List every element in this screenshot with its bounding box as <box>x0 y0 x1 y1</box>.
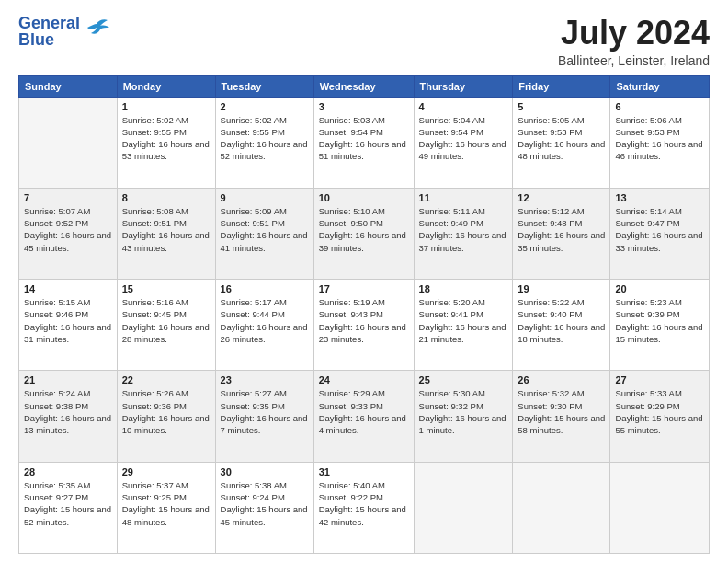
calendar-page: General Blue July 2024 Ballinteer, Leins… <box>0 0 728 563</box>
day-number: 13 <box>615 192 704 203</box>
column-header-thursday: Thursday <box>414 75 513 97</box>
day-number: 6 <box>615 101 704 112</box>
day-number: 25 <box>419 374 508 385</box>
day-number: 23 <box>221 374 309 385</box>
day-number: 19 <box>518 283 605 294</box>
month-title: July 2024 <box>558 15 710 52</box>
day-cell: 29Sunrise: 5:37 AMSunset: 9:25 PMDayligh… <box>117 462 215 553</box>
day-info: Sunrise: 5:33 AMSunset: 9:29 PMDaylight:… <box>615 387 704 436</box>
day-info: Sunrise: 5:07 AMSunset: 9:52 PMDaylight:… <box>24 205 112 254</box>
header-row: SundayMondayTuesdayWednesdayThursdayFrid… <box>19 75 710 97</box>
day-info: Sunrise: 5:02 AMSunset: 9:55 PMDaylight:… <box>122 114 210 163</box>
day-cell: 6Sunrise: 5:06 AMSunset: 9:53 PMDaylight… <box>610 97 710 188</box>
logo-line1: General <box>18 15 80 31</box>
day-cell <box>610 462 710 553</box>
week-row-5: 28Sunrise: 5:35 AMSunset: 9:27 PMDayligh… <box>19 462 710 553</box>
day-info: Sunrise: 5:16 AMSunset: 9:45 PMDaylight:… <box>122 296 210 345</box>
day-info: Sunrise: 5:20 AMSunset: 9:41 PMDaylight:… <box>419 296 508 345</box>
week-row-2: 7Sunrise: 5:07 AMSunset: 9:52 PMDaylight… <box>19 188 710 279</box>
day-info: Sunrise: 5:38 AMSunset: 9:24 PMDaylight:… <box>221 479 309 528</box>
day-info: Sunrise: 5:27 AMSunset: 9:35 PMDaylight:… <box>221 387 309 436</box>
day-info: Sunrise: 5:24 AMSunset: 9:38 PMDaylight:… <box>24 387 112 436</box>
day-number: 15 <box>122 283 210 294</box>
day-cell: 4Sunrise: 5:04 AMSunset: 9:54 PMDaylight… <box>414 97 513 188</box>
day-cell: 26Sunrise: 5:32 AMSunset: 9:30 PMDayligh… <box>513 371 610 462</box>
day-number: 30 <box>221 466 309 477</box>
day-cell: 14Sunrise: 5:15 AMSunset: 9:46 PMDayligh… <box>19 280 118 371</box>
day-cell: 25Sunrise: 5:30 AMSunset: 9:32 PMDayligh… <box>414 371 513 462</box>
column-header-monday: Monday <box>117 75 215 97</box>
day-cell: 13Sunrise: 5:14 AMSunset: 9:47 PMDayligh… <box>610 188 710 279</box>
day-cell <box>414 462 513 553</box>
day-number: 27 <box>615 374 704 385</box>
day-cell: 23Sunrise: 5:27 AMSunset: 9:35 PMDayligh… <box>215 371 313 462</box>
week-row-1: 1Sunrise: 5:02 AMSunset: 9:55 PMDaylight… <box>19 97 710 188</box>
day-cell: 17Sunrise: 5:19 AMSunset: 9:43 PMDayligh… <box>313 280 414 371</box>
day-cell <box>513 462 610 553</box>
day-number: 12 <box>518 192 605 203</box>
day-cell: 15Sunrise: 5:16 AMSunset: 9:45 PMDayligh… <box>117 280 215 371</box>
day-info: Sunrise: 5:22 AMSunset: 9:40 PMDaylight:… <box>518 296 605 345</box>
day-cell: 31Sunrise: 5:40 AMSunset: 9:22 PMDayligh… <box>313 462 414 553</box>
day-info: Sunrise: 5:35 AMSunset: 9:27 PMDaylight:… <box>24 479 112 528</box>
day-number: 14 <box>24 283 112 294</box>
day-number: 9 <box>221 192 309 203</box>
day-info: Sunrise: 5:06 AMSunset: 9:53 PMDaylight:… <box>615 114 704 163</box>
day-number: 2 <box>221 101 309 112</box>
day-cell: 16Sunrise: 5:17 AMSunset: 9:44 PMDayligh… <box>215 280 313 371</box>
day-info: Sunrise: 5:19 AMSunset: 9:43 PMDaylight:… <box>319 296 409 345</box>
day-cell: 28Sunrise: 5:35 AMSunset: 9:27 PMDayligh… <box>19 462 118 553</box>
day-cell: 1Sunrise: 5:02 AMSunset: 9:55 PMDaylight… <box>117 97 215 188</box>
day-info: Sunrise: 5:03 AMSunset: 9:54 PMDaylight:… <box>319 114 409 163</box>
day-number: 7 <box>24 192 112 203</box>
day-number: 18 <box>419 283 508 294</box>
day-number: 22 <box>122 374 210 385</box>
day-cell: 18Sunrise: 5:20 AMSunset: 9:41 PMDayligh… <box>414 280 513 371</box>
day-cell <box>19 97 118 188</box>
day-info: Sunrise: 5:10 AMSunset: 9:50 PMDaylight:… <box>319 205 409 254</box>
day-info: Sunrise: 5:04 AMSunset: 9:54 PMDaylight:… <box>419 114 508 163</box>
logo-bird-icon <box>84 17 109 42</box>
column-header-friday: Friday <box>513 75 610 97</box>
day-cell: 19Sunrise: 5:22 AMSunset: 9:40 PMDayligh… <box>513 280 610 371</box>
day-info: Sunrise: 5:11 AMSunset: 9:49 PMDaylight:… <box>419 205 508 254</box>
day-cell: 5Sunrise: 5:05 AMSunset: 9:53 PMDaylight… <box>513 97 610 188</box>
day-cell: 24Sunrise: 5:29 AMSunset: 9:33 PMDayligh… <box>313 371 414 462</box>
day-number: 1 <box>122 101 210 112</box>
day-cell: 21Sunrise: 5:24 AMSunset: 9:38 PMDayligh… <box>19 371 118 462</box>
day-number: 8 <box>122 192 210 203</box>
day-number: 29 <box>122 466 210 477</box>
day-cell: 2Sunrise: 5:02 AMSunset: 9:55 PMDaylight… <box>215 97 313 188</box>
day-number: 20 <box>615 283 704 294</box>
week-row-4: 21Sunrise: 5:24 AMSunset: 9:38 PMDayligh… <box>19 371 710 462</box>
day-number: 16 <box>221 283 309 294</box>
column-header-tuesday: Tuesday <box>215 75 313 97</box>
column-header-wednesday: Wednesday <box>313 75 414 97</box>
day-number: 11 <box>419 192 508 203</box>
day-cell: 27Sunrise: 5:33 AMSunset: 9:29 PMDayligh… <box>610 371 710 462</box>
day-number: 3 <box>319 101 409 112</box>
day-cell: 11Sunrise: 5:11 AMSunset: 9:49 PMDayligh… <box>414 188 513 279</box>
day-info: Sunrise: 5:12 AMSunset: 9:48 PMDaylight:… <box>518 205 605 254</box>
location-subtitle: Ballinteer, Leinster, Ireland <box>558 53 710 68</box>
day-cell: 10Sunrise: 5:10 AMSunset: 9:50 PMDayligh… <box>313 188 414 279</box>
day-number: 10 <box>319 192 409 203</box>
calendar-table: SundayMondayTuesdayWednesdayThursdayFrid… <box>18 75 710 554</box>
header: General Blue July 2024 Ballinteer, Leins… <box>18 15 710 68</box>
day-info: Sunrise: 5:02 AMSunset: 9:55 PMDaylight:… <box>221 114 309 163</box>
day-cell: 7Sunrise: 5:07 AMSunset: 9:52 PMDaylight… <box>19 188 118 279</box>
day-info: Sunrise: 5:30 AMSunset: 9:32 PMDaylight:… <box>419 387 508 436</box>
day-info: Sunrise: 5:17 AMSunset: 9:44 PMDaylight:… <box>221 296 309 345</box>
column-header-sunday: Sunday <box>19 75 118 97</box>
day-info: Sunrise: 5:08 AMSunset: 9:51 PMDaylight:… <box>122 205 210 254</box>
day-info: Sunrise: 5:32 AMSunset: 9:30 PMDaylight:… <box>518 387 605 436</box>
day-cell: 30Sunrise: 5:38 AMSunset: 9:24 PMDayligh… <box>215 462 313 553</box>
column-header-saturday: Saturday <box>610 75 710 97</box>
day-info: Sunrise: 5:09 AMSunset: 9:51 PMDaylight:… <box>221 205 309 254</box>
day-info: Sunrise: 5:37 AMSunset: 9:25 PMDaylight:… <box>122 479 210 528</box>
week-row-3: 14Sunrise: 5:15 AMSunset: 9:46 PMDayligh… <box>19 280 710 371</box>
day-info: Sunrise: 5:23 AMSunset: 9:39 PMDaylight:… <box>615 296 704 345</box>
day-info: Sunrise: 5:40 AMSunset: 9:22 PMDaylight:… <box>319 479 409 528</box>
day-number: 5 <box>518 101 605 112</box>
day-cell: 22Sunrise: 5:26 AMSunset: 9:36 PMDayligh… <box>117 371 215 462</box>
